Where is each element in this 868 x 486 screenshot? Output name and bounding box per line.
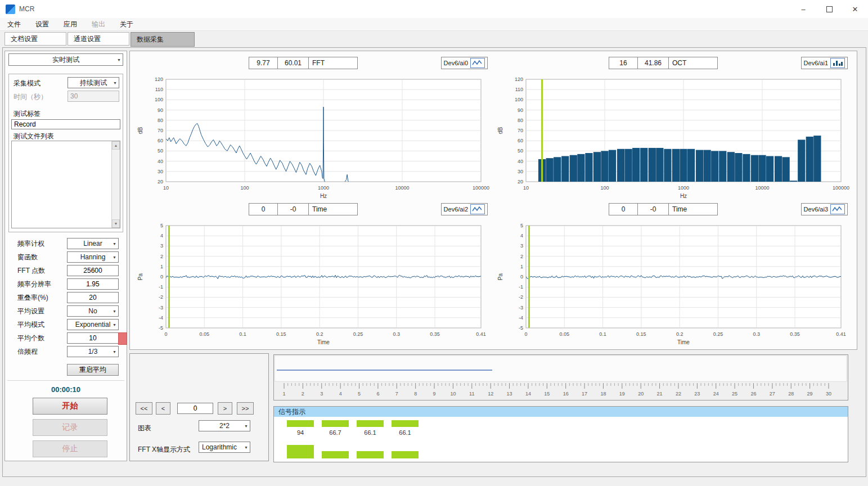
- svg-text:70: 70: [158, 128, 163, 133]
- tab-data-acquisition[interactable]: 数据采集: [131, 32, 195, 47]
- scroll-down-icon[interactable]: ▼: [112, 219, 120, 228]
- svg-text:40: 40: [518, 159, 523, 164]
- svg-text:1: 1: [160, 264, 163, 269]
- svg-text:3: 3: [520, 243, 523, 249]
- waveform-icon: [470, 58, 485, 68]
- fft-plot[interactable]: 2030405060708090100110120101001000100001…: [133, 73, 493, 201]
- fft-xaxis-select[interactable]: Logarithmic▼: [199, 442, 250, 453]
- test-tag-input[interactable]: [11, 119, 120, 129]
- svg-text:11: 11: [469, 391, 474, 397]
- chart-layout-label: 图表: [138, 424, 151, 433]
- avg-mode-label: 平均模式: [17, 320, 44, 330]
- svg-text:15: 15: [544, 391, 550, 397]
- acq-mode-select[interactable]: 持续测试▼: [68, 77, 119, 88]
- fft-points-input[interactable]: [67, 265, 119, 276]
- avg-setting-value: No: [88, 307, 97, 315]
- close-button[interactable]: ✕: [842, 0, 868, 18]
- cursor-y-readout: -0: [637, 203, 669, 215]
- level-value-ch3: 66.1: [392, 429, 419, 436]
- last-page-button[interactable]: >>: [237, 402, 254, 415]
- avg-mode-select[interactable]: Exponential▼: [67, 319, 119, 330]
- first-page-button[interactable]: <<: [136, 402, 152, 415]
- svg-text:30: 30: [826, 391, 831, 397]
- svg-text:0: 0: [524, 331, 527, 337]
- chart-type-label: OCT: [668, 57, 718, 69]
- menu-settings[interactable]: 设置: [28, 20, 56, 29]
- svg-text:100000: 100000: [473, 185, 489, 191]
- window-func-select[interactable]: Hanning▼: [67, 251, 119, 263]
- svg-text:0.2: 0.2: [316, 331, 323, 337]
- overlap-input[interactable]: [67, 292, 119, 303]
- time-plot-ai2[interactable]: -5-4-3-2-101234500.050.10.150.20.250.30.…: [133, 219, 493, 347]
- level-value-ch1: 66.7: [322, 429, 349, 436]
- chart-panel-time-ai2: 0 -0 Time Dev6/ai2 -5-4-3-2-101234500.05…: [133, 200, 493, 348]
- freq-weighting-select[interactable]: Linear▼: [67, 238, 119, 249]
- cursor-y-readout: 60.01: [277, 57, 309, 69]
- svg-text:5: 5: [358, 391, 361, 397]
- test-tag-label: 测试标签: [14, 109, 41, 119]
- next-page-button[interactable]: >: [218, 402, 232, 415]
- svg-text:2: 2: [520, 254, 523, 259]
- tab-document-settings[interactable]: 文档设置: [5, 32, 66, 46]
- time-plot-ai3[interactable]: -5-4-3-2-101234500.050.10.150.20.250.30.…: [493, 219, 853, 347]
- svg-text:2: 2: [160, 254, 163, 259]
- waveform-icon: [830, 204, 845, 214]
- fft-xaxis-value: Logarithmic: [202, 443, 237, 451]
- freq-resolution-label: 频率分辨率: [17, 280, 51, 289]
- window-func-label: 窗函数: [17, 253, 38, 262]
- chevron-down-icon: ▼: [113, 255, 116, 259]
- overlap-label: 重叠率(%): [17, 293, 48, 303]
- freq-resolution-input[interactable]: [67, 278, 119, 290]
- tab-channel-settings[interactable]: 通道设置: [68, 32, 129, 46]
- menu-file[interactable]: 文件: [0, 20, 28, 29]
- svg-text:Pa: Pa: [497, 273, 503, 280]
- record-timeline[interactable]: 1234567891011121314151617181920212223242…: [273, 354, 848, 400]
- svg-text:90: 90: [518, 107, 523, 113]
- avg-setting-select[interactable]: No▼: [67, 305, 119, 317]
- maximize-button[interactable]: [816, 0, 842, 18]
- channel-select-ai0[interactable]: Dev6/ai0: [441, 57, 488, 69]
- svg-text:40: 40: [158, 159, 163, 164]
- level-meter-ch3: [392, 420, 419, 427]
- start-button[interactable]: 开始: [33, 398, 107, 415]
- timeline-ruler[interactable]: 1234567891011121314151617181920212223242…: [274, 355, 848, 400]
- channel-select-ai2[interactable]: Dev6/ai2: [441, 203, 488, 215]
- avg-count-input[interactable]: [67, 332, 119, 344]
- channel-select-ai1[interactable]: Dev6/ai1: [801, 57, 848, 69]
- svg-text:4: 4: [520, 233, 523, 238]
- svg-text:Time: Time: [317, 339, 330, 345]
- oct-plot[interactable]: 2030405060708090100110120101001000100001…: [493, 73, 853, 201]
- fft-xaxis-label: FFT X轴显示方式: [138, 445, 190, 454]
- minimize-button[interactable]: –: [790, 0, 816, 18]
- test-file-list[interactable]: ▲ ▼: [11, 141, 120, 228]
- restart-average-button[interactable]: 重启平均: [67, 364, 119, 376]
- svg-text:24: 24: [713, 391, 719, 397]
- file-list-scrollbar[interactable]: ▲ ▼: [111, 141, 120, 228]
- menu-apply[interactable]: 应用: [56, 20, 84, 29]
- channel-name: Dev6/ai3: [804, 206, 828, 213]
- svg-text:100: 100: [240, 185, 249, 191]
- svg-text:10: 10: [163, 185, 169, 191]
- svg-text:-5: -5: [519, 325, 523, 331]
- octave-select[interactable]: 1/3▼: [67, 346, 119, 357]
- prev-page-button[interactable]: <: [156, 402, 170, 415]
- svg-text:5: 5: [520, 223, 523, 228]
- svg-text:30: 30: [158, 169, 163, 174]
- cursor-x-readout: 16: [609, 57, 638, 69]
- channel-name: Dev6/ai2: [444, 206, 468, 213]
- scroll-up-icon[interactable]: ▲: [112, 141, 120, 150]
- svg-text:0.41: 0.41: [836, 331, 846, 337]
- level-bar-ch3: [392, 451, 419, 458]
- menu-about[interactable]: 关于: [113, 20, 141, 29]
- chart-layout-select[interactable]: 2*2▼: [199, 420, 250, 431]
- svg-text:100000: 100000: [833, 185, 849, 191]
- cursor-x-readout: 9.77: [249, 57, 278, 69]
- signal-meter-row-bottom: [287, 445, 419, 458]
- channel-select-ai3[interactable]: Dev6/ai3: [801, 203, 848, 215]
- bars-icon: [830, 58, 845, 68]
- page-number-input[interactable]: [177, 403, 213, 414]
- test-mode-select[interactable]: 实时测试 ▼: [8, 53, 123, 66]
- svg-text:110: 110: [155, 87, 163, 92]
- octave-label: 倍频程: [17, 347, 38, 357]
- svg-text:30: 30: [518, 169, 523, 174]
